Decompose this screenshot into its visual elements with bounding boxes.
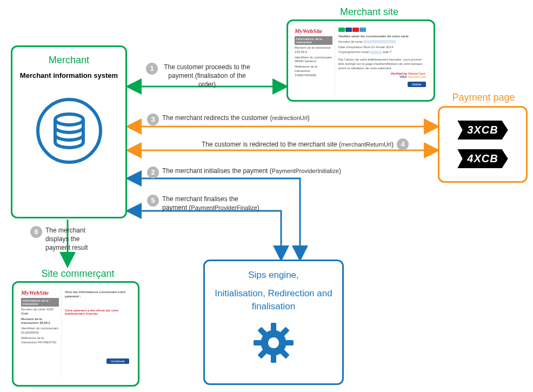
payment-page-node: 3XCB 4XCB (438, 106, 528, 183)
step-5: 5 The merchant finalises the payment (Pa… (147, 195, 265, 212)
gear-icon (251, 320, 296, 366)
step-number: 2 (147, 167, 159, 178)
step-text: The merchant displays the payment result (45, 226, 105, 253)
sidebar-header: Informations de la transaction (295, 36, 332, 45)
continue-button: Continuer (106, 358, 129, 364)
list-item: Numéro de carte 4100 00## (21, 308, 59, 316)
form-title: Veuillez saisir les coordonnées de votre… (338, 35, 426, 39)
merchant-node: Merchant Merchant information system (11, 45, 127, 218)
svg-rect-7 (271, 323, 276, 331)
step-text-tail: ) (339, 167, 341, 175)
field-hint: aide ? (383, 50, 391, 54)
step-3: 3 The merchant redirects the customer (r… (147, 114, 310, 125)
step-number: 4 (397, 138, 409, 150)
site-commercant-thumbnail: MyWebSite Informations de la transaction… (19, 287, 132, 380)
step-number: 1 (146, 63, 158, 75)
sips-line2: Initialisation, Redirection and finalisa… (215, 287, 332, 313)
svg-rect-9 (254, 340, 262, 346)
step-number: 3 (147, 114, 159, 125)
step-2: 2 The merchant initialises the payment (… (147, 167, 341, 178)
brand-logo: MyWebSite (21, 289, 59, 296)
site-commercant-title: Site commerçant (24, 268, 132, 280)
step-1: 1 The customer proceeds to the payment (… (146, 63, 253, 89)
site-commercant-node: MyWebSite Informations de la transaction… (12, 281, 139, 387)
step-4: The customer is redirected to the mercha… (147, 138, 412, 150)
card-icons (338, 28, 426, 32)
step-text: The customer proceeds to the payment (fi… (161, 63, 253, 89)
step-text-tail: ) (257, 204, 259, 211)
svg-rect-10 (285, 340, 294, 346)
sidebar-header: Informations de la transaction (21, 298, 59, 307)
validate-button: Valider (408, 82, 426, 87)
svg-rect-8 (271, 355, 276, 363)
sips-line1: Sips engine, (215, 269, 332, 282)
field-label: Date d'expiration (338, 45, 363, 49)
list-item: Identifiant du commerçant 0110000001 (21, 327, 59, 335)
sips-engine-node: Sips engine, Initialisation, Redirection… (203, 260, 344, 385)
brand-logo: MyWebSite (295, 28, 332, 34)
svg-point-15 (268, 337, 279, 348)
error-message: Votre paiement a été refusé par votre ét… (65, 309, 129, 315)
step-number: 5 (147, 195, 159, 207)
list-item: Référence de la transaction PAYMENTID (21, 336, 59, 345)
security-logos: Verified by MasterCard. VISA SecureCode (338, 72, 426, 78)
list-item: Référence de la transaction 146827404296 (295, 65, 332, 77)
merchant-subtitle: Merchant information system (18, 71, 120, 81)
step-code: merchantReturnUrl (341, 141, 391, 148)
step-text-tail: ) (391, 141, 394, 148)
notice-text: Par l'action de votre établissement banc… (338, 58, 426, 70)
merchant-site-title: Merchant site (288, 6, 450, 18)
step-text: The merchant redirects the customer ( (162, 114, 272, 122)
svg-point-5 (55, 114, 83, 125)
database-icon (34, 96, 104, 166)
field-label: Numéro de carte (338, 40, 363, 43)
step-text-tail: ) (308, 114, 310, 122)
chip-4xcb: 4XCB (457, 149, 508, 168)
step-text: The customer is redirected to the mercha… (202, 141, 341, 148)
step-code: PaymentProviderInitialize (272, 168, 339, 174)
result-heading: Voici les informations concernant votre … (65, 290, 129, 299)
merchant-site-node: MyWebSite Informations de la transaction… (287, 19, 435, 102)
merchant-site-thumbnail: MyWebSite Informations de la transaction… (292, 25, 429, 96)
merchant-title: Merchant (18, 55, 120, 66)
step-6: 6 The merchant displays the payment resu… (30, 226, 105, 253)
step-code: PaymentProviderFinalize (191, 204, 257, 211)
list-item: Montant de la transaction 30,00 £ (21, 317, 59, 326)
chip-3xcb: 3XCB (457, 121, 508, 139)
list-item: Montant de la transaction 139.00 £ (295, 46, 332, 55)
field-value: Mois 01 Année 2014 (364, 45, 394, 49)
field-label: Cryptogramme visuel (338, 50, 369, 54)
list-item: Identifiant du commerçant 08344 (testeur… (295, 56, 332, 64)
step-code: redirectionUrl (272, 115, 307, 121)
payment-page-title: Payment page (439, 92, 528, 103)
step-text: The merchant initialises the payment ( (162, 167, 272, 175)
step-number: 6 (30, 226, 42, 238)
